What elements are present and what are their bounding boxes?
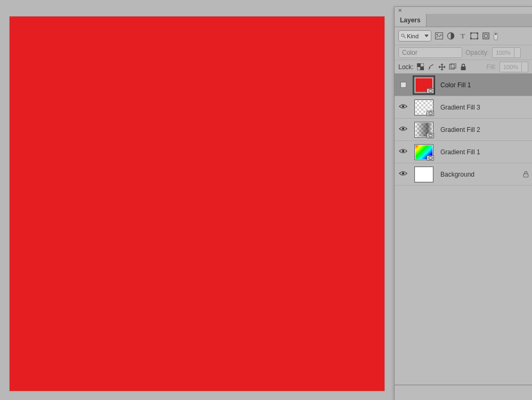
panel-titlebar: ✕ [395, 7, 532, 14]
svg-rect-2 [436, 32, 443, 39]
opacity-dropdown-icon[interactable] [514, 47, 521, 58]
filter-kind-select[interactable]: Kind [398, 30, 431, 41]
adjustment-badge-icon [427, 155, 434, 161]
close-icon[interactable]: ✕ [397, 8, 403, 13]
filter-type-icon[interactable]: T [459, 32, 466, 40]
svg-rect-12 [483, 33, 489, 39]
adjustment-badge-icon [427, 111, 434, 116]
svg-rect-8 [470, 32, 472, 34]
layers-panel: ✕ Layers Kind T [394, 6, 532, 400]
chevron-down-icon [424, 35, 429, 37]
layer-thumbnail[interactable] [414, 99, 433, 115]
svg-rect-19 [451, 63, 456, 68]
visibility-toggle[interactable] [399, 103, 407, 111]
fill-dropdown-icon[interactable] [522, 62, 528, 72]
tab-layers[interactable]: Layers [395, 14, 427, 27]
eye-icon [399, 103, 407, 110]
svg-point-22 [402, 128, 405, 130]
eye-icon [399, 126, 407, 132]
filter-pixel-icon[interactable] [435, 32, 443, 40]
svg-rect-9 [477, 32, 478, 34]
svg-rect-20 [461, 66, 465, 70]
layer-name[interactable]: Color Fill 1 [436, 81, 532, 89]
svg-rect-15 [421, 67, 424, 71]
fill-field[interactable]: 100% [500, 62, 528, 72]
filter-toggle[interactable] [494, 32, 498, 40]
blend-mode-select[interactable]: Color [398, 47, 462, 58]
layer-name[interactable]: Background [436, 171, 519, 178]
filter-smartobject-icon[interactable] [482, 32, 490, 40]
filter-row: Kind T [395, 27, 532, 45]
visibility-toggle[interactable] [399, 148, 407, 156]
layer-row[interactable]: Gradient Fill 2 [395, 119, 532, 141]
layer-row[interactable]: Gradient Fill 3 [395, 96, 532, 119]
filter-kind-label: Kind [407, 33, 419, 39]
panel-tabbar: Layers [395, 14, 532, 27]
blend-row: Color Opacity: 100% [395, 45, 532, 60]
svg-rect-13 [485, 35, 488, 38]
opacity-field[interactable]: 100% [492, 47, 521, 58]
svg-point-3 [437, 34, 438, 35]
svg-rect-10 [470, 38, 472, 39]
svg-rect-14 [417, 63, 421, 67]
document-canvas[interactable] [10, 16, 384, 391]
lock-pixels-icon[interactable] [428, 63, 435, 71]
panel-bottom-bar [395, 385, 532, 400]
lock-label: Lock: [398, 63, 414, 71]
visibility-toggle[interactable] [399, 126, 407, 134]
blend-mode-value: Color [402, 49, 418, 56]
visibility-toggle[interactable] [400, 82, 406, 88]
svg-point-24 [402, 172, 405, 175]
lock-position-icon[interactable] [438, 63, 446, 71]
svg-line-1 [404, 37, 406, 38]
layer-row[interactable]: Color Fill 1 [395, 74, 532, 96]
layer-name[interactable]: Gradient Fill 1 [436, 148, 532, 156]
opacity-label: Opacity: [465, 49, 489, 56]
filter-adjustment-icon[interactable] [447, 32, 455, 40]
lock-transparency-icon[interactable] [417, 63, 424, 71]
svg-text:T: T [460, 32, 464, 40]
layer-thumbnail[interactable] [414, 144, 433, 160]
eye-icon [399, 148, 407, 154]
lock-all-icon[interactable] [460, 63, 467, 71]
adjustment-badge-icon [427, 133, 434, 138]
layer-name[interactable]: Gradient Fill 2 [436, 126, 532, 134]
visibility-toggle[interactable] [399, 170, 407, 178]
svg-point-23 [402, 150, 405, 153]
eye-icon [399, 170, 407, 177]
layer-list: Color Fill 1 Gradient Fill 3 [395, 74, 532, 385]
filter-shape-icon[interactable] [470, 32, 478, 40]
layer-row[interactable]: Gradient Fill 1 [395, 141, 532, 163]
svg-rect-16 [421, 63, 424, 67]
fill-value: 100% [500, 62, 522, 72]
layer-thumbnail[interactable] [414, 122, 433, 138]
layer-row[interactable]: Background [395, 163, 532, 186]
svg-point-21 [402, 105, 405, 108]
fill-label: Fill: [486, 63, 496, 71]
svg-rect-25 [523, 174, 528, 177]
lock-artboard-icon[interactable] [449, 63, 456, 71]
adjustment-badge-icon [427, 88, 434, 94]
opacity-value: 100% [492, 47, 514, 58]
layer-thumbnail[interactable] [414, 166, 433, 182]
svg-rect-17 [417, 67, 421, 71]
svg-rect-11 [477, 38, 478, 39]
lock-icon [519, 171, 532, 178]
layer-name[interactable]: Gradient Fill 3 [436, 104, 532, 111]
layer-thumbnail[interactable] [414, 77, 433, 93]
svg-rect-18 [449, 64, 454, 69]
filter-icons: T [435, 32, 498, 40]
svg-point-0 [402, 34, 404, 37]
search-icon [401, 34, 406, 38]
lock-row: Lock: Fill: 100% [395, 60, 532, 74]
